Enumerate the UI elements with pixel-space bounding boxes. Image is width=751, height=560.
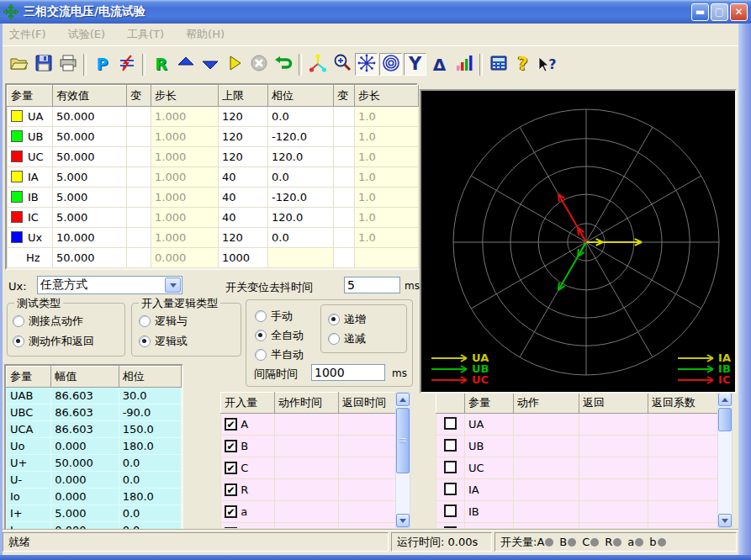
debounce-input[interactable] (344, 277, 400, 293)
var-cell[interactable] (127, 127, 151, 147)
limit-cell[interactable]: 40 (219, 188, 268, 208)
var-cell[interactable] (334, 167, 355, 188)
step-cell[interactable]: 1.000 (151, 147, 219, 167)
about-button[interactable]: ? (511, 53, 534, 76)
var-cell[interactable] (127, 107, 151, 127)
maximize-button[interactable]: ▢ (711, 3, 728, 21)
checked-checkbox-icon[interactable]: ✔ (225, 418, 237, 431)
fault-wave-button[interactable] (115, 53, 138, 76)
radio-icon[interactable] (139, 315, 151, 327)
check-cell[interactable]: ✔ B (221, 436, 275, 457)
var-cell[interactable] (334, 228, 355, 248)
radio-full-auto[interactable]: 全自动 (255, 328, 304, 343)
radio-logic-and[interactable]: 逻辑与 (139, 314, 188, 329)
phase-cell[interactable]: -120.0 (268, 188, 334, 208)
column-header[interactable]: 上限 (219, 86, 268, 107)
step-cell[interactable]: 1.0 (355, 208, 419, 228)
parameter-button[interactable]: P (91, 53, 114, 76)
save-button[interactable] (32, 53, 55, 76)
column-header[interactable]: 相位 (268, 86, 334, 107)
limit-cell[interactable]: 40 (219, 208, 268, 228)
unchecked-checkbox-icon[interactable] (444, 461, 457, 473)
phase-cell[interactable]: 0.0 (268, 167, 334, 188)
var-cell[interactable] (127, 167, 151, 188)
limit-cell[interactable]: 120 (219, 127, 268, 147)
step-cell[interactable]: 1.000 (151, 127, 219, 147)
limit-cell[interactable]: 40 (219, 167, 268, 188)
phase-cell[interactable]: 0.0 (268, 228, 334, 248)
checked-checkbox-icon[interactable]: ✔ (225, 505, 237, 518)
radio-increase[interactable]: 递增 (328, 312, 366, 327)
start-button[interactable] (223, 53, 246, 76)
scroll-down-icon[interactable] (396, 514, 410, 527)
radio-test-contact[interactable]: 测接点动作 (13, 314, 83, 329)
column-header[interactable]: 步长 (151, 86, 219, 107)
step-cell[interactable]: 1.0 (355, 188, 419, 208)
phase-cell[interactable]: 0.0 (268, 107, 334, 127)
scroll-thumb[interactable] (718, 408, 732, 431)
step-cell[interactable]: 1.000 (151, 107, 219, 127)
check-cell[interactable]: ✔ a (221, 501, 275, 523)
delta-connection-button[interactable]: Δ (428, 53, 451, 76)
var-cell[interactable] (127, 248, 151, 268)
close-button[interactable]: ✕ (730, 3, 748, 21)
radio-manual[interactable]: 手动 (255, 309, 293, 324)
phase-cell[interactable] (268, 248, 334, 268)
ux-mode-select[interactable]: 任意方式 (37, 276, 182, 294)
radio-test-act-return[interactable]: 测动作和返回 (13, 334, 94, 349)
circles-view-button[interactable] (379, 53, 402, 76)
rays-view-button[interactable] (355, 53, 378, 76)
checked-checkbox-icon[interactable]: ✔ (225, 527, 237, 528)
check-cell[interactable]: ✔ A (221, 414, 275, 436)
undo-button[interactable] (272, 53, 294, 76)
var-cell[interactable] (127, 208, 151, 228)
binary-input-scrollbar[interactable] (395, 392, 410, 528)
step-cell[interactable]: 1.000 (151, 208, 219, 228)
limit-cell[interactable]: 120 (219, 228, 268, 248)
step-cell[interactable]: 0.000 (151, 248, 219, 268)
var-cell[interactable] (334, 248, 355, 268)
reset-button[interactable]: R (150, 53, 172, 76)
step-cell[interactable]: 1.0 (355, 147, 419, 167)
var-cell[interactable] (334, 188, 355, 208)
step-cell[interactable]: 1.0 (355, 228, 419, 248)
var-cell[interactable] (334, 208, 355, 228)
column-header[interactable]: 变 (334, 86, 355, 107)
limit-cell[interactable]: 120 (219, 107, 268, 127)
open-button[interactable] (8, 53, 30, 76)
context-help-button[interactable]: ? (536, 53, 558, 76)
wye-connection-button[interactable]: Y (404, 53, 426, 76)
print-button[interactable] (56, 53, 79, 76)
check-cell[interactable] (436, 501, 465, 523)
radio-icon[interactable] (255, 310, 267, 322)
rms-cell[interactable]: 50.000 (53, 147, 127, 167)
check-cell[interactable] (436, 523, 465, 529)
checked-checkbox-icon[interactable]: ✔ (225, 440, 237, 452)
limit-cell[interactable]: 1000 (219, 248, 268, 268)
radio-decrease[interactable]: 递减 (328, 331, 366, 346)
dropdown-arrow-icon[interactable] (165, 277, 181, 293)
radio-icon[interactable] (13, 335, 24, 347)
rms-cell[interactable]: 5.000 (53, 188, 127, 208)
radio-icon[interactable] (328, 333, 340, 345)
rms-cell[interactable]: 10.000 (53, 228, 127, 248)
var-cell[interactable] (334, 147, 355, 167)
var-cell[interactable] (127, 147, 151, 167)
rms-cell[interactable]: 50.000 (53, 127, 127, 147)
phase-cell[interactable]: 120.0 (268, 147, 334, 167)
column-header[interactable]: 参量 (8, 86, 53, 107)
interval-input[interactable] (311, 364, 385, 381)
rms-cell[interactable]: 50.000 (53, 107, 127, 127)
limit-cell[interactable]: 120 (219, 147, 268, 167)
check-cell[interactable] (436, 414, 465, 436)
unchecked-checkbox-icon[interactable] (444, 417, 457, 430)
rms-cell[interactable]: 5.000 (53, 208, 127, 228)
radio-icon[interactable] (255, 330, 267, 341)
phasor-view-button[interactable] (306, 53, 329, 76)
minimize-button[interactable]: ▬ (691, 3, 709, 21)
phase-cell[interactable]: -120.0 (268, 127, 334, 147)
step-cell[interactable]: 1.000 (151, 167, 219, 188)
check-cell[interactable] (436, 436, 465, 457)
column-header[interactable]: 变 (127, 86, 151, 107)
step-cell[interactable]: 1.0 (355, 167, 419, 188)
